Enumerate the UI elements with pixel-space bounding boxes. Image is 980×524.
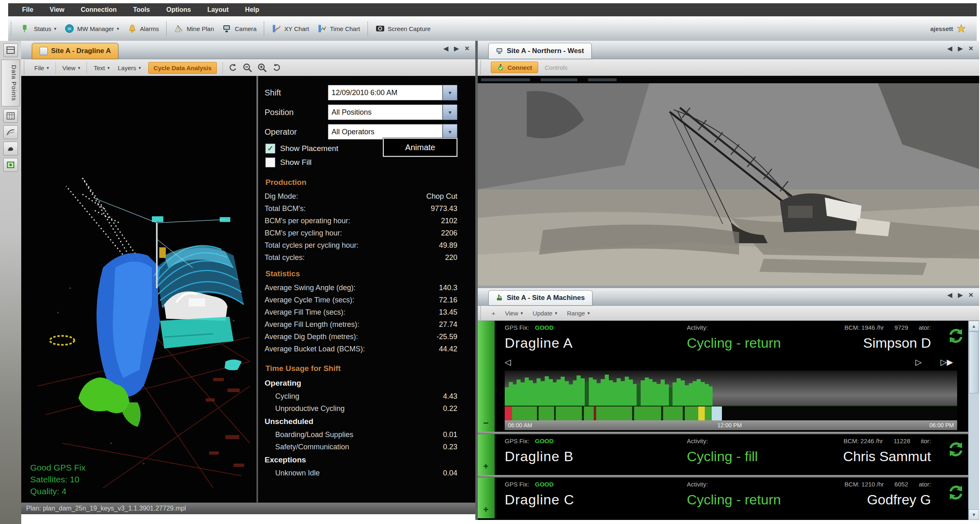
panel-prev-icon[interactable]: ◀ [947, 291, 952, 299]
machines-range-menu[interactable]: Range▾ [562, 310, 595, 317]
menu-options[interactable]: Options [158, 6, 199, 13]
stat-row: Average Dig Depth (metres):-25.59 [265, 331, 457, 343]
machine-row-dragline-c[interactable]: + GPS Fix: GOOD Activity: BCM: 1210 /hr … [478, 477, 969, 518]
expand-button[interactable]: + [478, 461, 494, 472]
machines-view-menu[interactable]: View▾ [500, 310, 528, 317]
mw-manager-label: MW Manager [77, 25, 114, 32]
menu-view[interactable]: View [42, 6, 73, 13]
alarms-button[interactable]: Alarms [123, 21, 163, 36]
mw-manager-icon: m [65, 24, 74, 33]
viewer-menu-text[interactable]: Text▾ [89, 64, 114, 71]
subtoolbar-grip [24, 61, 27, 75]
viewer-menu-file[interactable]: File▾ [30, 64, 53, 71]
dragline-3d-view[interactable]: Good GPS Fix Satellites: 10 Quality: 4 [21, 76, 256, 503]
tab-site-a-machines[interactable]: Site A - Site A Machines [488, 290, 592, 305]
refresh-icon[interactable] [947, 440, 965, 459]
mine-plan-button[interactable]: Mine Plan [170, 21, 218, 36]
cycle-data-analysis-button[interactable]: Cycle Data Analysis [148, 62, 217, 74]
scroll-up-icon[interactable]: ▲ [969, 321, 979, 331]
menu-layout[interactable]: Layout [199, 6, 237, 13]
position-dropdown-icon[interactable]: ▾ [443, 104, 457, 120]
rail-legend-icon[interactable] [3, 158, 18, 172]
step-forward-button[interactable]: ▷▶ [940, 357, 953, 367]
time-chart-button[interactable]: Time Chart [313, 21, 364, 36]
main-toolbar: Status ▾ m MW Manager ▾ Alarms Mine Plan [8, 16, 977, 41]
zoom-in-icon[interactable] [257, 62, 267, 73]
rotate-cw-icon[interactable] [272, 62, 282, 73]
menu-connection[interactable]: Connection [73, 6, 125, 13]
panel-close-icon[interactable]: ✕ [968, 291, 973, 299]
show-fill-checkbox[interactable] [265, 158, 275, 167]
viewer-menu-view[interactable]: View▾ [58, 64, 85, 71]
stat-row: Safety/Communication0.23 [265, 441, 457, 453]
machine-row-dragline-b[interactable]: + GPS Fix: GOOD Activity: BCM: 2246 /hr … [478, 434, 969, 475]
machines-scrollbar[interactable]: ▲ ▼ [968, 321, 979, 520]
rail-panels-icon[interactable] [3, 43, 18, 57]
tab-site-a-dragline-a[interactable]: Site A - Dragline A [32, 43, 118, 59]
tab-site-a-northern-west[interactable]: Site A - Northern - West [488, 43, 592, 59]
position-select[interactable]: All Positions ▾ [328, 104, 457, 120]
zoom-out-icon[interactable] [242, 62, 253, 73]
controls-button[interactable]: Controls [545, 64, 568, 71]
camera-button[interactable]: Camera [218, 21, 261, 36]
show-placement-checkbox[interactable]: ✓ [265, 144, 275, 153]
step-back-button[interactable]: ◁ [505, 357, 511, 367]
add-machine-button[interactable]: + [487, 310, 500, 317]
viewer-menu-layers[interactable]: Layers▾ [114, 64, 145, 71]
camera-video-feed[interactable] [478, 76, 979, 286]
connect-button[interactable]: Connect [491, 62, 538, 73]
gps-fix-line: Good GPS Fix [30, 462, 85, 473]
animate-button[interactable]: Animate [383, 138, 457, 157]
panel-next-icon[interactable]: ▶ [958, 291, 963, 299]
rail-tool-icon[interactable] [3, 142, 18, 155]
refresh-icon[interactable] [947, 326, 965, 345]
collapse-button[interactable]: − [478, 418, 494, 429]
panel-next-icon[interactable]: ▶ [454, 45, 459, 52]
shift-select[interactable]: 12/09/2010 6:00 AM ▾ [328, 85, 457, 100]
machine-health-bar: + [478, 477, 495, 518]
production-histogram[interactable] [505, 371, 957, 406]
xy-chart-icon [272, 24, 281, 33]
time-usage-section-title: Time Usage for Shift [265, 364, 457, 373]
menu-file[interactable]: File [14, 6, 42, 13]
refresh-icon[interactable] [947, 483, 965, 502]
dragline-subtoolbar: File▾ View▾ Text▾ Layers▾ Cycle Data Ana… [21, 59, 475, 77]
rail-curve-icon[interactable] [3, 125, 18, 139]
rail-grid-icon[interactable] [3, 109, 18, 123]
data-points-tab[interactable]: Data Points [1, 60, 20, 107]
workspace: Data Points Site A - Dragline A [0, 41, 980, 524]
operator-select[interactable]: All Operators ▾ [328, 124, 457, 140]
stat-row: Average Swing Angle (deg):140.3 [265, 282, 457, 294]
play-button[interactable]: ▷ [915, 357, 922, 367]
panel-close-icon[interactable]: ✕ [968, 45, 973, 52]
gps-fix-value: GOOD [535, 437, 554, 444]
rotate-ccw-icon[interactable] [227, 62, 238, 73]
panel-prev-icon[interactable]: ◀ [947, 45, 952, 52]
panel-next-icon[interactable]: ▶ [958, 45, 963, 52]
stat-row: Unknown Idle0.04 [265, 467, 457, 479]
menu-help[interactable]: Help [237, 6, 267, 13]
toolbar-separator [166, 21, 167, 36]
machine-activity: Cycling - return [687, 335, 781, 351]
operator-dropdown-icon[interactable]: ▾ [443, 124, 457, 140]
shift-dropdown-icon[interactable]: ▾ [443, 85, 457, 100]
screen-capture-button[interactable]: Screen Capture [371, 21, 435, 36]
camera-tab-label: Site A - Northern - West [507, 47, 584, 55]
machines-update-menu[interactable]: Update▾ [528, 310, 562, 317]
mw-manager-button[interactable]: m MW Manager ▾ [60, 21, 123, 36]
toolbar-separator [264, 21, 264, 36]
stat-row: BCM's per operating hour:2102 [265, 215, 457, 227]
scrollbar-thumb[interactable] [969, 331, 979, 393]
status-button[interactable]: Status ▾ [17, 21, 60, 36]
camera-toolbar: Connect Controls [478, 59, 979, 76]
stat-row: Unproductive Cycling0.22 [265, 402, 457, 415]
scroll-down-icon[interactable]: ▼ [969, 509, 979, 520]
menu-tools[interactable]: Tools [125, 6, 158, 13]
expand-button[interactable]: + [478, 504, 494, 515]
xy-chart-button[interactable]: XY Chart [267, 21, 313, 36]
panel-prev-icon[interactable]: ◀ [443, 45, 448, 52]
machines-tab-icon [496, 294, 503, 302]
panel-close-icon[interactable]: ✕ [464, 45, 470, 52]
activity-timeline-strip[interactable] [505, 406, 957, 420]
machine-row-dragline-a[interactable]: − GPS Fix: GOOD Activity: BCM: 1946 /hr … [478, 321, 969, 432]
